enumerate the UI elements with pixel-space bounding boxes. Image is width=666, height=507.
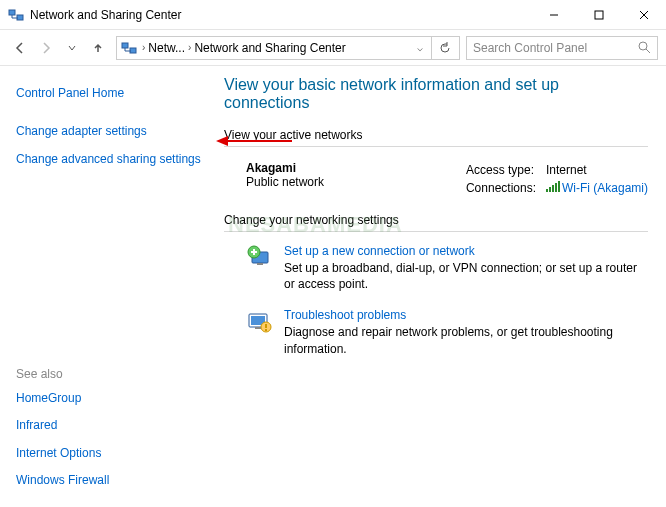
up-button[interactable] <box>86 36 110 60</box>
change-adapter-settings-link[interactable]: Change adapter settings <box>16 118 204 146</box>
minimize-button[interactable] <box>531 0 576 30</box>
svg-rect-18 <box>265 329 267 331</box>
svg-rect-17 <box>265 324 267 328</box>
troubleshoot-option[interactable]: Troubleshoot problems Diagnose and repai… <box>224 300 648 364</box>
svg-point-8 <box>639 42 647 50</box>
homegroup-link[interactable]: HomeGroup <box>16 385 204 413</box>
window-title: Network and Sharing Center <box>30 8 531 22</box>
maximize-button[interactable] <box>576 0 621 30</box>
wifi-signal-icon <box>546 182 560 192</box>
see-also-heading: See also <box>16 363 204 385</box>
access-type-value: Internet <box>546 161 648 179</box>
main-content: View your basic network information and … <box>212 66 666 505</box>
network-center-icon <box>8 7 24 23</box>
section-change-settings: Change your networking settings <box>224 213 648 232</box>
access-type-label: Access type: <box>466 161 536 179</box>
network-center-icon <box>121 40 137 56</box>
active-network-row: Akagami Public network Access type: Conn… <box>224 151 648 213</box>
troubleshoot-desc: Diagnose and repair network problems, or… <box>284 324 648 356</box>
infrared-link[interactable]: Infrared <box>16 412 204 440</box>
search-placeholder: Search Control Panel <box>473 41 638 55</box>
section-active-networks: View your active networks <box>224 128 648 147</box>
address-bar[interactable]: › Netw... › Network and Sharing Center ⌵ <box>116 36 460 60</box>
search-input[interactable]: Search Control Panel <box>466 36 658 60</box>
setup-connection-option[interactable]: Set up a new connection or network Set u… <box>224 236 648 300</box>
connection-link[interactable]: Wi-Fi (Akagami) <box>546 179 648 197</box>
sidebar: Control Panel Home Change adapter settin… <box>0 66 212 505</box>
breadcrumb-item[interactable]: Netw... <box>148 41 185 55</box>
recent-dropdown[interactable] <box>60 36 84 60</box>
chevron-right-icon[interactable]: › <box>139 42 148 53</box>
setup-connection-icon <box>246 244 274 272</box>
page-title: View your basic network information and … <box>224 76 648 112</box>
svg-line-9 <box>646 49 650 53</box>
svg-rect-11 <box>257 263 263 265</box>
connections-label: Connections: <box>466 179 536 197</box>
toolbar: › Netw... › Network and Sharing Center ⌵… <box>0 30 666 66</box>
setup-connection-desc: Set up a broadband, dial-up, or VPN conn… <box>284 260 648 292</box>
internet-options-link[interactable]: Internet Options <box>16 440 204 468</box>
svg-rect-3 <box>595 11 603 19</box>
refresh-button[interactable] <box>431 36 457 60</box>
back-button[interactable] <box>8 36 32 60</box>
titlebar: Network and Sharing Center <box>0 0 666 30</box>
search-icon <box>638 41 651 54</box>
forward-button[interactable] <box>34 36 58 60</box>
breadcrumb-item[interactable]: Network and Sharing Center <box>194 41 345 55</box>
control-panel-home-link[interactable]: Control Panel Home <box>16 80 204 118</box>
svg-rect-6 <box>122 43 128 48</box>
network-type: Public network <box>246 175 466 189</box>
change-advanced-sharing-link[interactable]: Change advanced sharing settings <box>16 146 204 174</box>
close-button[interactable] <box>621 0 666 30</box>
windows-firewall-link[interactable]: Windows Firewall <box>16 467 204 495</box>
chevron-right-icon[interactable]: › <box>185 42 194 53</box>
svg-rect-15 <box>255 327 261 329</box>
troubleshoot-title: Troubleshoot problems <box>284 308 648 322</box>
troubleshoot-icon <box>246 308 274 336</box>
network-name: Akagami <box>246 161 466 175</box>
svg-rect-0 <box>9 10 15 15</box>
setup-connection-title: Set up a new connection or network <box>284 244 648 258</box>
address-dropdown[interactable]: ⌵ <box>411 42 429 53</box>
